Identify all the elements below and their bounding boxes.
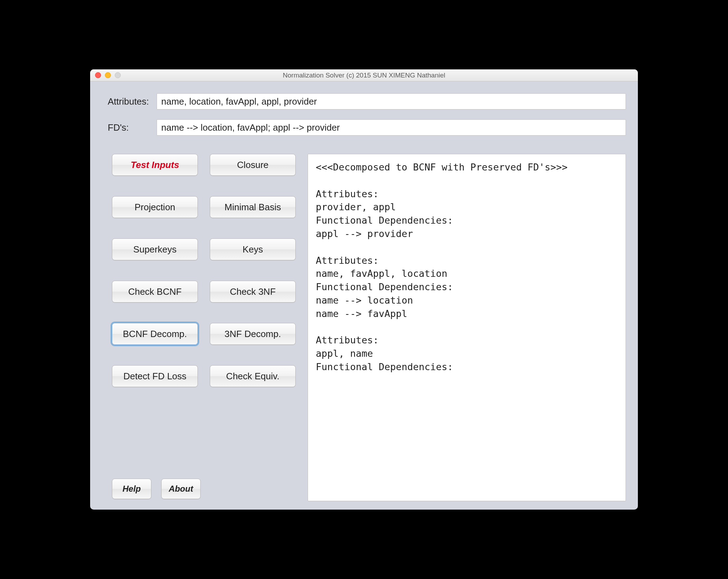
main-row: Test Inputs Closure Projection Minimal B… [102, 154, 626, 501]
keys-button[interactable]: Keys [210, 238, 296, 260]
action-button-grid: Test Inputs Closure Projection Minimal B… [102, 154, 296, 387]
maximize-window-button[interactable] [115, 72, 121, 78]
bcnf-decomp-button[interactable]: BCNF Decomp. [112, 323, 198, 345]
output-textarea[interactable]: <<<Decomposed to BCNF with Preserved FD'… [308, 154, 626, 501]
check-bcnf-button[interactable]: Check BCNF [112, 281, 198, 303]
fds-input[interactable] [157, 119, 626, 136]
titlebar: Normalization Solver (c) 2015 SUN XIMENG… [90, 69, 638, 81]
attributes-row: Attributes: [102, 93, 626, 110]
buttons-column: Test Inputs Closure Projection Minimal B… [102, 154, 296, 501]
window-title: Normalization Solver (c) 2015 SUN XIMENG… [90, 71, 638, 79]
minimal-basis-button[interactable]: Minimal Basis [210, 196, 296, 218]
footer-buttons: Help About [102, 479, 296, 501]
attributes-label: Attributes: [102, 96, 157, 107]
fds-row: FD's: [102, 119, 626, 136]
minimize-window-button[interactable] [105, 72, 111, 78]
check-equiv-button[interactable]: Check Equiv. [210, 365, 296, 387]
detect-fd-loss-button[interactable]: Detect FD Loss [112, 365, 198, 387]
about-button[interactable]: About [161, 479, 201, 499]
check-3nf-button[interactable]: Check 3NF [210, 281, 296, 303]
fds-label: FD's: [102, 122, 157, 133]
attributes-input[interactable] [157, 93, 626, 110]
app-window: Normalization Solver (c) 2015 SUN XIMENG… [90, 69, 638, 510]
traffic-lights [90, 72, 121, 78]
help-button[interactable]: Help [112, 479, 151, 499]
projection-button[interactable]: Projection [112, 196, 198, 218]
content-area: Attributes: FD's: Test Inputs Closure Pr… [90, 81, 638, 510]
close-window-button[interactable] [95, 72, 101, 78]
superkeys-button[interactable]: Superkeys [112, 238, 198, 260]
3nf-decomp-button[interactable]: 3NF Decomp. [210, 323, 296, 345]
test-inputs-button[interactable]: Test Inputs [112, 154, 198, 176]
closure-button[interactable]: Closure [210, 154, 296, 176]
